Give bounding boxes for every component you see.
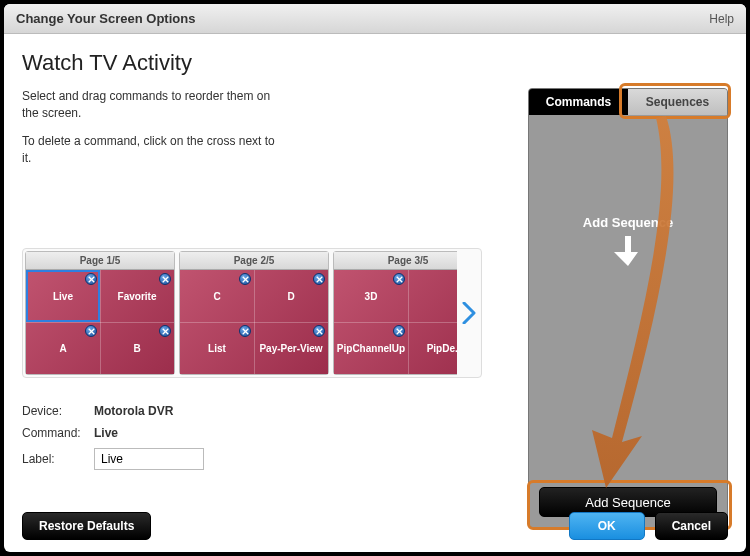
chevron-right-icon <box>462 302 476 324</box>
delete-command-icon[interactable] <box>393 273 405 285</box>
help-link[interactable]: Help <box>709 12 734 26</box>
command-cell-live[interactable]: Live <box>26 270 100 322</box>
carousel-next-button[interactable] <box>457 249 481 377</box>
cell-label: Live <box>53 291 73 302</box>
tab-commands[interactable]: Commands <box>529 89 628 115</box>
command-cell-pipchup[interactable]: PipChannelUp <box>334 322 408 374</box>
cancel-button[interactable]: Cancel <box>655 512 728 540</box>
cell-label: A <box>59 343 66 354</box>
page-header: Page 2/5 <box>180 252 328 270</box>
command-cell-empty[interactable] <box>408 270 457 322</box>
cell-label: D <box>287 291 294 302</box>
carousel-inner: Page 1/5 Live Favorite A B Page 2/5 C D <box>23 249 457 377</box>
device-label: Device: <box>22 404 94 418</box>
add-sequence-hint: Add Sequence <box>529 215 727 266</box>
pages-carousel: Page 1/5 Live Favorite A B Page 2/5 C D <box>22 248 482 378</box>
restore-defaults-button[interactable]: Restore Defaults <box>22 512 151 540</box>
delete-command-icon[interactable] <box>159 273 171 285</box>
page-card[interactable]: Page 1/5 Live Favorite A B <box>25 251 175 375</box>
command-cell-b[interactable]: B <box>100 322 174 374</box>
panel-body: Add Sequence Add Sequence <box>529 115 727 527</box>
page-grid: 3D PipChannelUp PipDe... <box>334 270 457 374</box>
cell-label: Favorite <box>118 291 157 302</box>
command-value: Live <box>94 426 118 440</box>
page-grid: C D List Pay-Per-View <box>180 270 328 374</box>
command-label: Command: <box>22 426 94 440</box>
delete-command-icon[interactable] <box>313 273 325 285</box>
commands-panel: Commands Sequences Add Sequence Add Sequ… <box>528 88 728 528</box>
cell-label: 3D <box>365 291 378 302</box>
command-cell-c[interactable]: C <box>180 270 254 322</box>
cell-label: PipChannelUp <box>337 343 405 354</box>
page-card[interactable]: Page 3/5 3D PipChannelUp PipDe... <box>333 251 457 375</box>
page-header: Page 1/5 <box>26 252 174 270</box>
instruction-line: Select and drag commands to reorder them… <box>22 88 282 123</box>
panel-tabs: Commands Sequences <box>529 89 727 115</box>
delete-command-icon[interactable] <box>313 325 325 337</box>
command-cell-pipde[interactable]: PipDe... <box>408 322 457 374</box>
window-title: Change Your Screen Options <box>16 11 195 26</box>
ok-button[interactable]: OK <box>569 512 645 540</box>
delete-command-icon[interactable] <box>393 325 405 337</box>
page-title: Watch TV Activity <box>22 50 728 76</box>
delete-command-icon[interactable] <box>239 273 251 285</box>
label-label: Label: <box>22 452 94 466</box>
command-meta: Device: Motorola DVR Command: Live Label… <box>22 404 204 478</box>
instruction-line: To delete a command, click on the cross … <box>22 133 282 168</box>
page-grid: Live Favorite A B <box>26 270 174 374</box>
command-cell-d[interactable]: D <box>254 270 328 322</box>
page-header: Page 3/5 <box>334 252 457 270</box>
page-card[interactable]: Page 2/5 C D List Pay-Per-View <box>179 251 329 375</box>
command-cell-3d[interactable]: 3D <box>334 270 408 322</box>
command-cell-a[interactable]: A <box>26 322 100 374</box>
delete-command-icon[interactable] <box>239 325 251 337</box>
command-cell-list[interactable]: List <box>180 322 254 374</box>
command-cell-ppv[interactable]: Pay-Per-View <box>254 322 328 374</box>
delete-command-icon[interactable] <box>85 325 97 337</box>
titlebar: Change Your Screen Options Help <box>4 4 746 34</box>
hint-label: Add Sequence <box>583 215 673 230</box>
bottom-bar: Restore Defaults OK Cancel <box>22 512 728 540</box>
cell-label: B <box>133 343 140 354</box>
tab-sequences[interactable]: Sequences <box>628 89 727 115</box>
arrow-down-icon <box>614 236 642 266</box>
cell-label: C <box>213 291 220 302</box>
cell-label: Pay-Per-View <box>259 343 322 354</box>
command-cell-favorite[interactable]: Favorite <box>100 270 174 322</box>
cell-label: List <box>208 343 226 354</box>
delete-command-icon[interactable] <box>159 325 171 337</box>
label-input[interactable] <box>94 448 204 470</box>
device-value: Motorola DVR <box>94 404 173 418</box>
cell-label: PipDe... <box>427 343 457 354</box>
instructions: Select and drag commands to reorder them… <box>22 88 282 168</box>
delete-command-icon[interactable] <box>85 273 97 285</box>
dialog-window: Change Your Screen Options Help Watch TV… <box>4 4 746 552</box>
